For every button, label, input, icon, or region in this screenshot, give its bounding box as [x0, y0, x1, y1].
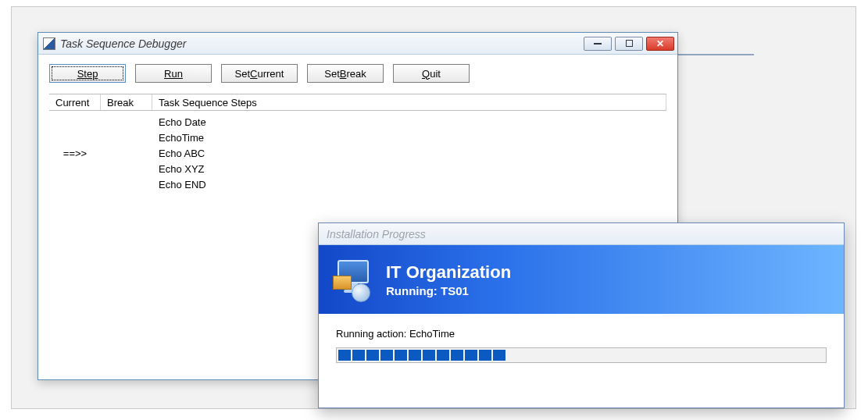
steps-list-header: Current Break Task Sequence Steps	[49, 94, 666, 111]
run-button[interactable]: Run	[135, 64, 212, 83]
col-header-current[interactable]: Current	[49, 94, 101, 110]
progress-segment	[352, 350, 365, 361]
progress-segment	[366, 350, 379, 361]
cell-current: ==>>	[49, 148, 101, 159]
close-button[interactable]: ✕	[646, 37, 674, 51]
quit-button[interactable]: Quit	[393, 64, 470, 83]
step-button[interactable]: Step	[49, 64, 126, 83]
table-row[interactable]: Echo Date	[49, 114, 666, 130]
progress-body: Running action: EchoTime	[319, 314, 844, 363]
table-row[interactable]: Echo XYZ	[49, 161, 666, 176]
cell-step: Echo END	[152, 179, 666, 190]
progress-segment	[409, 350, 421, 361]
maximize-button[interactable]	[615, 37, 643, 51]
titlebar[interactable]: Task Sequence Debugger ✕	[38, 33, 677, 55]
install-icon	[333, 258, 375, 301]
organization-label: IT Organization	[386, 262, 511, 283]
running-action-label: Running action: EchoTime	[336, 328, 827, 340]
cell-step: Echo Date	[152, 116, 666, 128]
cell-step: EchoTime	[152, 132, 666, 144]
col-header-steps[interactable]: Task Sequence Steps	[152, 94, 666, 110]
toolbar: Step Run Set Current Set Break Quit	[38, 55, 677, 87]
window-title: Task Sequence Debugger	[60, 37, 584, 50]
table-row[interactable]: ==>>Echo ABC	[49, 145, 666, 161]
progress-titlebar[interactable]: Installation Progress	[319, 223, 844, 245]
cell-step: Echo XYZ	[152, 163, 666, 175]
cell-step: Echo ABC	[152, 148, 666, 159]
table-row[interactable]: Echo END	[49, 176, 666, 192]
app-icon	[43, 37, 55, 50]
frame-accent	[676, 54, 754, 55]
progress-segment	[493, 350, 505, 361]
col-header-break[interactable]: Break	[101, 94, 152, 110]
window-controls: ✕	[584, 37, 674, 51]
progress-segment	[451, 350, 463, 361]
set-break-button[interactable]: Set Break	[307, 64, 384, 83]
progress-segment	[479, 350, 491, 361]
progress-banner: IT Organization Running: TS01	[319, 245, 844, 314]
progress-segment	[423, 350, 435, 361]
running-label: Running: TS01	[386, 284, 511, 297]
steps-list: Current Break Task Sequence Steps Echo D…	[49, 94, 666, 192]
minimize-icon	[594, 43, 602, 44]
progress-window-title: Installation Progress	[327, 228, 426, 240]
outer-panel: Task Sequence Debugger ✕ Step Run Set Cu…	[11, 6, 856, 409]
progress-segment	[465, 350, 477, 361]
progress-segment	[437, 350, 449, 361]
table-row[interactable]: EchoTime	[49, 130, 666, 145]
progress-bar	[336, 347, 827, 363]
steps-list-body: Echo DateEchoTime==>>Echo ABCEcho XYZEch…	[49, 111, 666, 192]
close-icon: ✕	[656, 38, 664, 49]
progress-segment	[395, 350, 407, 361]
progress-segment	[380, 350, 393, 361]
set-current-button[interactable]: Set Current	[221, 64, 298, 83]
banner-text: IT Organization Running: TS01	[386, 262, 511, 297]
maximize-icon	[626, 40, 633, 47]
progress-segment	[338, 350, 351, 361]
installation-progress-window: Installation Progress IT Organization Ru…	[318, 222, 845, 408]
minimize-button[interactable]	[584, 37, 612, 51]
